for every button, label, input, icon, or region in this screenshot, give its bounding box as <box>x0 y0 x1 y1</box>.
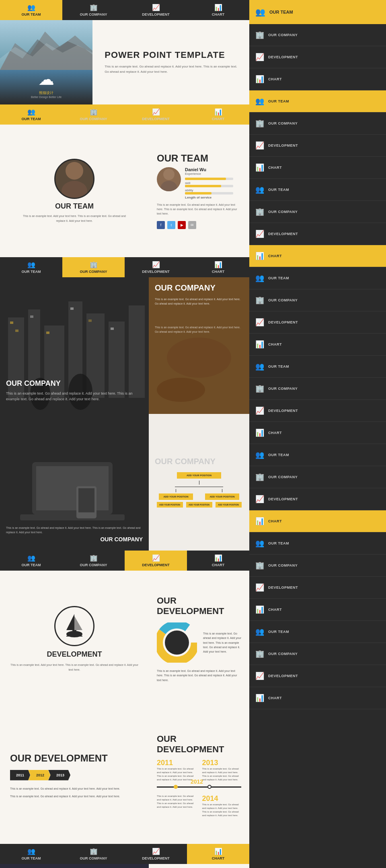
sidebar-chart-icon-5: 📊 <box>255 605 264 614</box>
org-mid-right: ADD YOUR POSITION <box>205 489 239 500</box>
sidebar-dev-icon-2: 📈 <box>255 141 264 150</box>
svg-rect-17 <box>15 330 18 332</box>
svg-marker-36 <box>74 616 82 630</box>
sidebar-hero[interactable]: 👥 OUR TEAM <box>249 0 386 24</box>
our-company-warm-title: OUR COMPANY <box>155 283 216 293</box>
sidebar-item-chart-3[interactable]: 📊 CHART <box>249 334 386 356</box>
sidebar-item-development-3[interactable]: 📈 DEVELOPMENT <box>249 223 386 245</box>
sidebar-team-label-5: OUR TEAM <box>268 364 289 368</box>
svg-rect-34 <box>78 488 94 512</box>
nav5-chart[interactable]: 📊 CHART <box>187 844 249 864</box>
nav3-chart[interactable]: 📊 CHART <box>187 257 249 277</box>
nav2-company[interactable]: 🏢 OUR COMPANY <box>62 104 125 125</box>
sidebar-item-our-team-8[interactable]: 👥 OUR TEAM <box>249 621 386 643</box>
sidebar-item-development-2[interactable]: 📈 DEVELOPMENT <box>249 135 386 157</box>
nav3-company[interactable]: 🏢 OUR COMPANY <box>62 257 125 277</box>
twitter-icon[interactable]: t <box>167 221 175 229</box>
sidebar-hero-icon: 👥 <box>255 7 265 17</box>
timeline-desc2: This is an example text. Go ahead and re… <box>10 794 139 798</box>
year-2013: 2013 <box>202 759 242 767</box>
facebook-icon[interactable]: f <box>157 221 165 229</box>
sidebar-item-development-4[interactable]: 📈 DEVELOPMENT <box>249 311 386 334</box>
org-vline3 <box>222 489 222 492</box>
sidebar-item-chart-5[interactable]: 📊 CHART <box>249 599 386 621</box>
sidebar-item-our-team-7[interactable]: 👥 OUR TEAM <box>249 532 386 555</box>
sidebar: 👥 OUR TEAM 🏢 OUR COMPANY 📈 DEVELOPMENT 📊… <box>249 0 386 868</box>
chart-icon: 📊 <box>214 4 222 11</box>
sidebar-dev-label-2: DEVELOPMENT <box>268 143 298 147</box>
nav3-team[interactable]: 👥 OUR TEAM <box>0 257 62 277</box>
sidebar-team-label-4: OUR TEAM <box>268 276 289 280</box>
nav4-company[interactable]: 🏢 OUR COMPANY <box>62 551 125 571</box>
sidebar-item-chart-4[interactable]: 📊 CHART <box>249 422 386 444</box>
sidebar-item-our-company-1[interactable]: 🏢 OUR COMPANY <box>249 24 386 46</box>
sidebar-item-chart-yellow-2[interactable]: 📊 CHART <box>249 510 386 532</box>
svg-rect-20 <box>70 307 74 310</box>
sidebar-company-label-8: OUR COMPANY <box>268 652 298 656</box>
sidebar-dev-label-8: DEVELOPMENT <box>268 674 298 678</box>
sidebar-dev-label-7: DEVELOPMENT <box>268 585 298 590</box>
sidebar-item-development-5[interactable]: 📈 DEVELOPMENT <box>249 400 386 422</box>
sidebar-item-our-team-2[interactable]: 👥 OUR TEAM <box>249 90 386 113</box>
ppt-desc: This is an example text. Go ahead and re… <box>105 64 237 75</box>
sidebar-item-development-7[interactable]: 📈 DEVELOPMENT <box>249 577 386 599</box>
nav-bar-1: 👥 Our team 🏢 OUR COMPANY 📈 DEVELOPMENT 📊… <box>0 0 249 20</box>
nav4-chart[interactable]: 📊 CHART <box>187 551 249 571</box>
company5-icon: 🏢 <box>90 848 98 855</box>
nav5-company[interactable]: 🏢 OUR COMPANY <box>62 844 125 864</box>
sidebar-team-icon-8: 👥 <box>255 627 264 636</box>
sidebar-item-development-8[interactable]: 📈 DEVELOPMENT <box>249 665 386 687</box>
skill-bar-bg <box>185 185 233 187</box>
company-left-overlay-text: OUR COMPANY This is an example text. Go … <box>6 378 143 402</box>
sidebar-item-our-team-6[interactable]: 👥 OUR TEAM <box>249 444 386 466</box>
sidebar-dev-icon-3: 📈 <box>255 229 264 238</box>
youtube-icon[interactable]: ▶ <box>178 221 186 229</box>
sidebar-dev-icon-8: 📈 <box>255 671 264 680</box>
nav4-dev[interactable]: 📈 DEVELOPMENT <box>125 551 187 571</box>
nav2-team[interactable]: 👥 OUR TEAM <box>0 104 62 125</box>
nav-item-our-company[interactable]: 🏢 OUR COMPANY <box>62 0 125 20</box>
sidebar-chart-label-y: CHART <box>268 254 282 258</box>
nav-item-chart[interactable]: 📊 CHART <box>187 0 249 20</box>
sidebar-item-chart-yellow[interactable]: 📊 CHART <box>249 245 386 267</box>
nav-item-our-team[interactable]: 👥 Our team <box>0 0 62 20</box>
sidebar-item-our-company-7[interactable]: 🏢 OUR COMPANY <box>249 555 386 577</box>
svg-point-4 <box>66 162 83 180</box>
nav5-dev[interactable]: 📈 DEVELOPMENT <box>125 844 187 864</box>
member-name: Daniel Wu <box>185 167 233 172</box>
dev-chart-area: This is an example text. Go ahead and re… <box>157 622 241 663</box>
sidebar-item-our-team-5[interactable]: 👥 OUR TEAM <box>249 356 386 378</box>
sidebar-item-our-company-5[interactable]: 🏢 OUR COMPANY <box>249 378 386 400</box>
sidebar-item-development-1[interactable]: 📈 DEVELOPMENT <box>249 46 386 68</box>
org-bottom-row: ADD YOUR POSITION ADD YOUR POSITION ADD … <box>157 502 242 508</box>
sidebar-team-icon-4: 👥 <box>255 274 264 283</box>
sidebar-item-our-team-3[interactable]: 👥 OUR TEAM <box>249 179 386 201</box>
chart3-icon: 📊 <box>214 261 222 268</box>
email-icon[interactable]: ✉ <box>188 221 196 229</box>
nav-item-development[interactable]: 📈 DEVELOPMENT <box>125 0 187 20</box>
sidebar-company-icon-7: 🏢 <box>255 561 264 570</box>
sidebar-item-our-company-3[interactable]: 🏢 OUR COMPANY <box>249 201 386 223</box>
sidebar-item-our-team-4[interactable]: 👥 OUR TEAM <box>249 267 386 289</box>
sidebar-item-development-6[interactable]: 📈 DEVELOPMENT <box>249 488 386 510</box>
nav5-team[interactable]: 👥 Our team <box>0 844 62 864</box>
sidebar-item-our-company-6[interactable]: 🏢 OUR COMPANY <box>249 466 386 488</box>
sidebar-team-label-7: OUR TEAM <box>268 541 289 545</box>
sidebar-item-our-company-2[interactable]: 🏢 OUR COMPANY <box>249 113 386 135</box>
sidebar-chart-icon-y: 📊 <box>255 252 264 260</box>
year-2014-group: 2014 This is an example text. Go ahead a… <box>202 794 242 817</box>
nav2-dev[interactable]: 📈 DEVELOPMENT <box>125 104 187 125</box>
sidebar-item-chart-1[interactable]: 📊 CHART <box>249 68 386 90</box>
sidebar-item-chart-6[interactable]: 📊 CHART <box>249 687 386 709</box>
nav4-team[interactable]: 👥 Our team <box>0 551 62 571</box>
sidebar-dev-label-6: DEVELOPMENT <box>268 497 298 501</box>
sidebar-item-our-company-8[interactable]: 🏢 OUR COMPANY <box>249 643 386 665</box>
ability-bar-bg <box>185 192 233 194</box>
nav3-dev[interactable]: 📈 DEVELOPMENT <box>125 257 187 277</box>
year-2013-group: 2013 This is an example text. Go ahead a… <box>202 759 242 782</box>
team-avatar-sm <box>157 167 181 191</box>
nav2-chart[interactable]: 📊 CHART <box>187 104 249 125</box>
sidebar-team-label-8: OUR TEAM <box>268 630 289 634</box>
sidebar-item-chart-2[interactable]: 📊 CHART <box>249 157 386 179</box>
sidebar-item-our-company-4[interactable]: 🏢 OUR COMPANY <box>249 289 386 311</box>
